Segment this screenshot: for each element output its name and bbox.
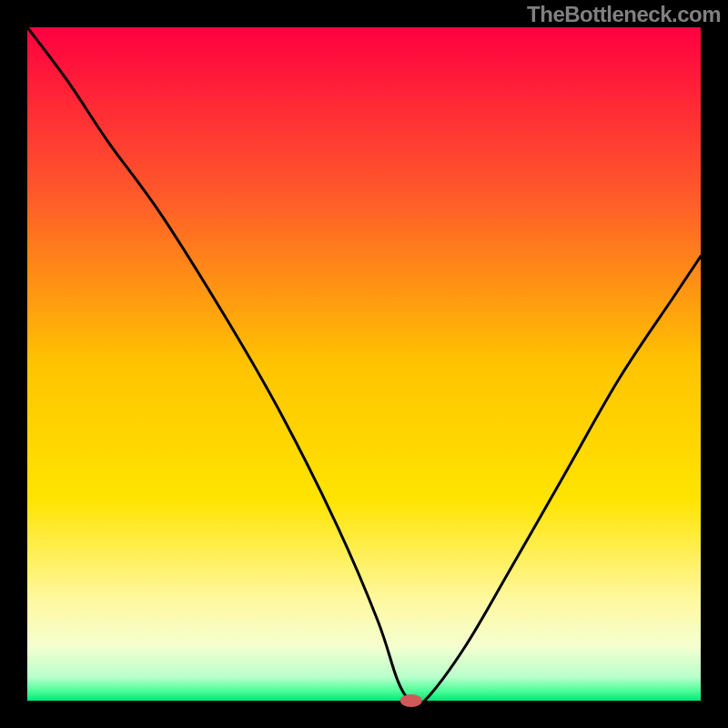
plot-background-gradient (27, 27, 701, 701)
watermark-text: TheBottleneck.com (527, 2, 721, 27)
chart-frame: TheBottleneck.com (0, 0, 728, 728)
bottleneck-chart (0, 0, 728, 728)
optimal-point-marker (400, 694, 422, 707)
